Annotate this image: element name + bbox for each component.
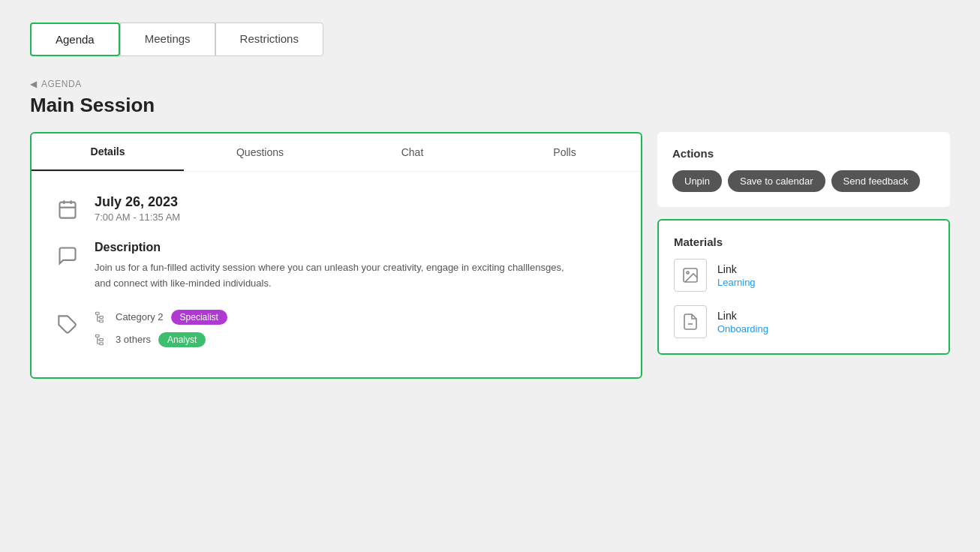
tab-chat[interactable]: Chat [336, 134, 488, 171]
svg-rect-7 [100, 320, 104, 322]
others-label: 3 others [116, 334, 151, 345]
svg-rect-13 [100, 338, 104, 340]
specialist-badge: Specialist [171, 310, 227, 325]
top-tabs: Agenda Meetings Restrictions [30, 22, 950, 56]
description-svg [57, 245, 78, 266]
content-tabs: Details Questions Chat Polls [32, 134, 641, 172]
content-panel: Details Questions Chat Polls [30, 132, 642, 379]
materials-title: Materials [674, 236, 933, 248]
content-body: July 26, 2023 7:00 AM - 11:35 AM Descrip… [32, 172, 641, 377]
category-label: Category 2 [116, 311, 164, 322]
pdf-icon [681, 313, 699, 331]
hierarchy-svg-1 [95, 310, 108, 324]
hierarchy-svg-2 [95, 333, 108, 346]
category-hierarchy-icon [95, 310, 108, 324]
material-icon-pdf [674, 305, 707, 338]
tab-details[interactable]: Details [32, 134, 184, 171]
analyst-badge: Analyst [158, 332, 206, 347]
material-sub-2[interactable]: Onboarding [717, 323, 768, 334]
tab-agenda[interactable]: Agenda [30, 22, 120, 56]
breadcrumb-arrow: ◀ [30, 79, 37, 89]
material-icon-image [674, 259, 707, 292]
svg-rect-6 [100, 316, 104, 318]
description-title: Description [95, 241, 575, 254]
tag-svg [57, 314, 78, 335]
material-item-2: Link Onboarding [674, 305, 933, 338]
tab-meetings[interactable]: Meetings [120, 22, 215, 56]
material-sub-1[interactable]: Learning [717, 277, 756, 288]
page-title: Main Session [30, 94, 950, 117]
actions-buttons: Unpin Save to calendar Send feedback [672, 170, 935, 192]
svg-rect-14 [100, 342, 104, 344]
material-info-1: Link Learning [717, 263, 756, 288]
actions-title: Actions [672, 147, 935, 160]
date-row: July 26, 2023 7:00 AM - 11:35 AM [54, 194, 618, 223]
svg-rect-0 [60, 202, 76, 218]
tab-polls[interactable]: Polls [488, 134, 641, 171]
description-row: Description Join us for a fun-filled act… [54, 241, 618, 292]
session-date: July 26, 2023 [95, 194, 180, 210]
send-feedback-button[interactable]: Send feedback [831, 170, 921, 192]
session-time: 7:00 AM - 11:35 AM [95, 212, 180, 223]
date-info: July 26, 2023 7:00 AM - 11:35 AM [95, 194, 180, 223]
breadcrumb: ◀ AGENDA [30, 79, 950, 89]
category-group: Category 2 Specialist [95, 310, 227, 325]
others-group: 3 others Analyst [95, 332, 227, 347]
tab-questions[interactable]: Questions [184, 134, 336, 171]
calendar-svg [57, 199, 78, 220]
svg-rect-12 [96, 334, 100, 337]
main-layout: Details Questions Chat Polls [30, 132, 950, 379]
materials-card: Materials Link Learning [657, 219, 950, 355]
others-hierarchy-icon [95, 333, 108, 346]
svg-rect-5 [96, 312, 100, 314]
calendar-icon [54, 196, 81, 223]
tags-content: Category 2 Specialist [95, 310, 227, 347]
unpin-button[interactable]: Unpin [672, 170, 722, 192]
tags-row: Category 2 Specialist [54, 310, 618, 347]
tab-restrictions[interactable]: Restrictions [215, 22, 323, 56]
svg-point-20 [687, 272, 689, 274]
material-name-2: Link [717, 310, 768, 322]
material-item-1: Link Learning [674, 259, 933, 292]
description-icon [54, 242, 81, 269]
material-info-2: Link Onboarding [717, 310, 768, 334]
description-text: Join us for a fun-filled activity sessio… [95, 260, 575, 292]
actions-card: Actions Unpin Save to calendar Send feed… [657, 132, 950, 207]
right-sidebar: Actions Unpin Save to calendar Send feed… [657, 132, 950, 355]
save-calendar-button[interactable]: Save to calendar [728, 170, 825, 192]
image-icon [681, 266, 699, 284]
material-name-1: Link [717, 263, 756, 275]
breadcrumb-text: AGENDA [41, 79, 82, 89]
tag-icon [54, 311, 81, 338]
description-content: Description Join us for a fun-filled act… [95, 241, 575, 292]
